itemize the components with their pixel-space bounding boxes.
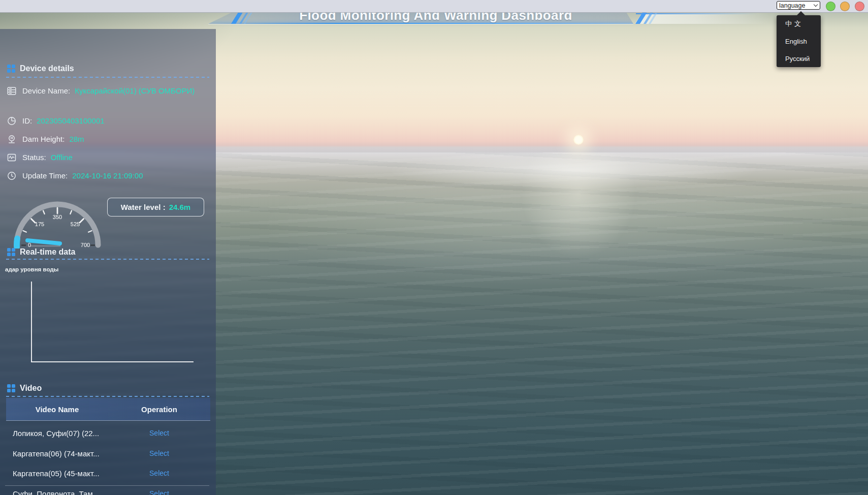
gauge-tick-label: 525 xyxy=(71,221,80,227)
browser-topbar: language xyxy=(0,0,868,13)
language-select[interactable]: language xyxy=(777,1,820,10)
select-link[interactable]: Select xyxy=(149,429,169,437)
field-label: ID: xyxy=(22,116,32,125)
window-button-green[interactable] xyxy=(826,2,835,11)
language-select-label: language xyxy=(779,2,805,9)
gauge-tick-label: 175 xyxy=(35,221,44,227)
field-value: Куксарайской(01) (СУВ ОМБОРИ) xyxy=(75,86,195,95)
video-name: Лопикоя, Суфи(07) (22... xyxy=(6,429,108,438)
field-value: 28m xyxy=(69,135,84,143)
video-name: Каргатепа(05) (45-макт... xyxy=(6,469,108,478)
table-row: Каргатепа(05) (45-макт... Select xyxy=(6,463,210,483)
water-level-box: Water level : 24.6m xyxy=(107,198,204,216)
field-label: Dam Height: xyxy=(22,135,65,143)
grid-icon xyxy=(7,248,15,256)
flood-dashboard-screen: Flood Monitoring And Warning Dashboard l… xyxy=(0,0,868,495)
field-label: Status: xyxy=(22,153,46,162)
gauge-needle xyxy=(27,240,60,243)
section-header-video: Video xyxy=(7,384,42,393)
dashed-divider xyxy=(6,77,209,78)
clock-icon xyxy=(7,171,16,180)
video-table-header: Video Name Operation xyxy=(6,398,210,421)
left-panel: Device details Device Name:Куксарайской(… xyxy=(0,29,216,495)
section-title: Real-time data xyxy=(20,248,75,257)
dashed-divider xyxy=(6,259,209,260)
select-link[interactable]: Select xyxy=(149,449,169,457)
field-label: Device Name: xyxy=(22,86,70,95)
language-dropdown-menu: 中文 English Русский xyxy=(777,15,821,67)
gauge-tick-label: 700 xyxy=(81,242,90,248)
sun xyxy=(573,135,584,145)
gauge-value-arc xyxy=(17,239,17,248)
chart-x-axis xyxy=(31,361,194,362)
server-icon xyxy=(7,86,16,96)
gauge-tick-label: 350 xyxy=(53,214,62,220)
menu-item-russian[interactable]: Русский xyxy=(777,50,821,67)
status-wave-icon xyxy=(7,153,16,162)
row-divider xyxy=(5,485,209,486)
dropdown-notch xyxy=(797,11,805,15)
grid-icon xyxy=(7,384,15,392)
table-row: Каргатепа(06) (74-макт... Select xyxy=(6,443,210,463)
section-header-realtime: Real-time data xyxy=(7,248,75,257)
window-button-orange[interactable] xyxy=(840,2,850,11)
column-header-video-name: Video Name xyxy=(6,405,108,414)
field-value: 2023050403100001 xyxy=(37,116,104,125)
banner-edge-line xyxy=(208,24,633,24)
column-header-operation: Operation xyxy=(108,405,210,414)
grid-icon xyxy=(7,65,15,73)
field-update-time: Update Time:2024-10-16 21:09:00 xyxy=(7,170,200,182)
section-title: Video xyxy=(20,384,42,393)
chevron-down-icon xyxy=(814,3,818,7)
select-link[interactable]: Select xyxy=(149,489,169,495)
window-button-red[interactable] xyxy=(855,2,864,11)
water-level-value: 24.6m xyxy=(169,203,191,211)
chart-title: адар уровня воды xyxy=(5,266,58,272)
video-name: Каргатепа(06) (74-макт... xyxy=(6,449,108,458)
field-id: ID:2023050403100001 xyxy=(7,115,200,127)
table-row: Лопикоя, Суфи(07) (22... Select xyxy=(6,423,210,443)
field-device-name: Device Name:Куксарайской(01) (СУВ ОМБОРИ… xyxy=(7,85,200,97)
chart-y-axis xyxy=(31,282,32,362)
video-name: Суфи, Полвонота, Там... xyxy=(6,489,108,495)
field-status: Status:Offline xyxy=(7,151,200,164)
section-header-device-details: Device details xyxy=(7,64,74,73)
select-link[interactable]: Select xyxy=(149,469,169,477)
field-value: 2024-10-16 21:09:00 xyxy=(72,171,143,180)
field-label: Update Time: xyxy=(22,171,68,180)
field-dam-height: H Dam Height:28m xyxy=(7,133,200,145)
location-pin-icon: H xyxy=(7,135,16,144)
water-level-gauge: 0 175 350 525 700 xyxy=(9,197,106,249)
pie-chart-icon xyxy=(7,116,16,126)
svg-text:H: H xyxy=(11,136,13,140)
dashed-divider xyxy=(6,396,209,397)
section-title: Device details xyxy=(20,64,74,73)
field-value: Offline xyxy=(51,153,73,162)
menu-item-chinese[interactable]: 中文 xyxy=(777,15,821,33)
water-level-label: Water level : xyxy=(121,203,166,211)
menu-item-english[interactable]: English xyxy=(777,33,821,50)
